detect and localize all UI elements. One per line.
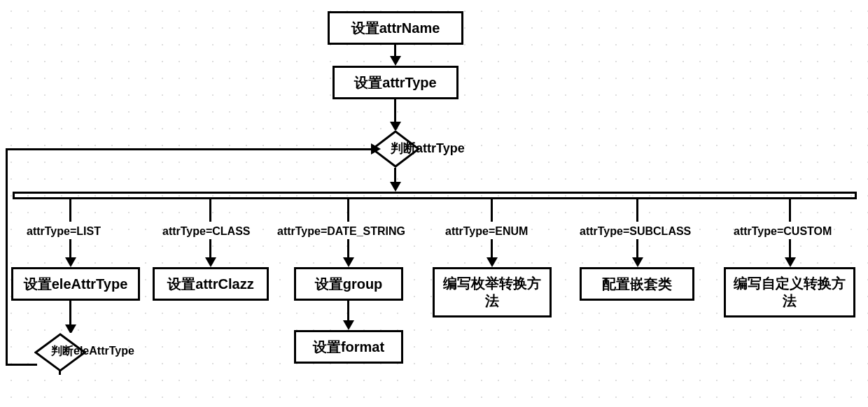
connector <box>69 301 71 326</box>
action-set-eleattrtype: 设置eleAttrType <box>11 267 140 301</box>
connector <box>636 239 638 259</box>
connector <box>636 199 638 222</box>
action-set-format: 设置format <box>294 330 403 364</box>
connector <box>209 199 211 222</box>
connector <box>789 239 791 259</box>
arrowhead <box>343 257 354 267</box>
connector <box>59 371 61 375</box>
cond-class: attrType=CLASS <box>162 225 251 238</box>
cond-list: attrType=LIST <box>27 225 101 238</box>
action-label: 设置format <box>313 338 384 356</box>
step-label: 设置attrName <box>351 20 440 37</box>
connector <box>491 239 493 259</box>
action-enum: 编写枚举转换方法 <box>433 267 552 317</box>
step-set-attrtype: 设置attrType <box>332 66 458 99</box>
arrowhead <box>632 257 643 267</box>
decision-label: 判断attrType <box>391 140 465 157</box>
connector <box>347 199 349 222</box>
decision-label: 判断eleAttrType <box>51 344 134 359</box>
connector <box>394 168 396 183</box>
connector <box>789 199 791 222</box>
action-subclass: 配置嵌套类 <box>580 267 694 301</box>
step-label: 设置attrType <box>354 74 436 92</box>
bus-cap <box>13 192 15 199</box>
cond-enum: attrType=ENUM <box>445 225 528 238</box>
branch-bus-bottom <box>13 197 857 199</box>
arrowhead <box>65 257 76 267</box>
cond-datestring: attrType=DATE_STRING <box>277 225 405 238</box>
arrowhead <box>343 320 354 330</box>
action-label: 设置eleAttrType <box>24 276 128 293</box>
connector <box>69 199 71 222</box>
action-custom: 编写自定义转换方法 <box>724 267 855 317</box>
connector <box>491 199 493 222</box>
branch-bus-top <box>13 192 857 194</box>
action-label: 编写枚举转换方法 <box>442 275 542 310</box>
bus-cap <box>855 192 857 199</box>
cond-custom: attrType=CUSTOM <box>734 225 832 238</box>
cond-subclass: attrType=SUBCLASS <box>580 225 691 238</box>
connector <box>209 239 211 259</box>
arrowhead <box>390 182 401 192</box>
arrowhead <box>785 257 796 267</box>
action-label: 设置group <box>315 276 383 293</box>
connector <box>347 239 349 259</box>
connector <box>69 239 71 259</box>
action-set-group: 设置group <box>294 267 403 301</box>
arrowhead <box>371 143 381 155</box>
arrowhead <box>390 56 401 66</box>
connector <box>6 148 372 150</box>
connector <box>6 148 8 365</box>
action-label: 编写自定义转换方法 <box>733 275 846 310</box>
action-label: 设置attrClazz <box>167 276 253 293</box>
connector <box>347 301 349 322</box>
action-label: 配置嵌套类 <box>602 276 672 293</box>
step-set-attrname: 设置attrName <box>328 11 463 45</box>
action-set-attrclazz: 设置attrClazz <box>153 267 269 301</box>
arrowhead <box>486 257 498 267</box>
arrowhead <box>205 257 216 267</box>
connector <box>6 364 37 366</box>
connector <box>394 99 396 123</box>
